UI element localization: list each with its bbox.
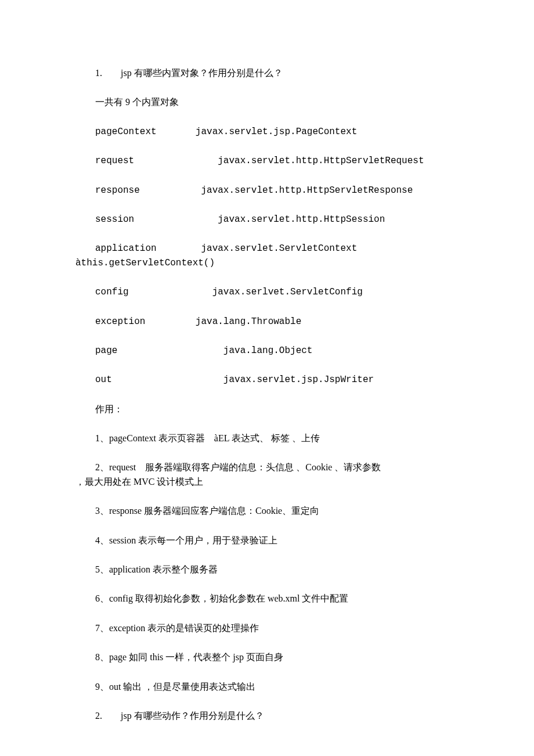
object-out: out javax.servlet.jsp.JspWriter bbox=[75, 373, 459, 386]
object-page: page java.lang.Object bbox=[75, 344, 459, 357]
usage-6: 6、config 取得初始化参数，初始化参数在 web.xml 文件中配置 bbox=[75, 592, 459, 605]
object-response: response javax.servlet.http.HttpServletR… bbox=[75, 184, 459, 197]
usage-7: 7、exception 表示的是错误页的处理操作 bbox=[75, 622, 459, 635]
object-exception: exception java.lang.Throwable bbox=[75, 315, 459, 328]
object-session: session javax.servlet.http.HttpSession bbox=[75, 213, 459, 226]
usage-5: 5、application 表示整个服务器 bbox=[75, 563, 459, 576]
object-application-line2: àthis.getServletContext() bbox=[75, 257, 459, 269]
usage-3: 3、response 服务器端回应客户端信息：Cookie、重定向 bbox=[75, 505, 459, 517]
question-1: 1. jsp 有哪些内置对象？作用分别是什么？ bbox=[75, 67, 459, 80]
usage-1: 1、pageContext 表示页容器 àEL 表达式、 标签 、上传 bbox=[75, 432, 459, 445]
usage-2: 2、request 服务器端取得客户端的信息：头信息 、Cookie 、请求参数… bbox=[75, 461, 459, 488]
object-pagecontext: pageContext javax.servlet.jsp.PageContex… bbox=[75, 125, 459, 138]
usage-2-line2: ，最大用处在 MVC 设计模式上 bbox=[75, 476, 459, 488]
question-2: 2. jsp 有哪些动作？作用分别是什么？ bbox=[75, 710, 459, 722]
usage-9: 9、out 输出 ，但是尽量使用表达式输出 bbox=[75, 681, 459, 693]
object-application: application javax.servlet.ServletContext… bbox=[75, 242, 459, 269]
usage-8: 8、page 如同 this 一样，代表整个 jsp 页面自身 bbox=[75, 651, 459, 664]
usage-4: 4、session 表示每一个用户，用于登录验证上 bbox=[75, 534, 459, 547]
usage-header: 作用： bbox=[75, 403, 459, 416]
object-application-line1: application javax.servlet.ServletContext bbox=[75, 242, 459, 255]
usage-2-line1: 2、request 服务器端取得客户端的信息：头信息 、Cookie 、请求参数 bbox=[75, 461, 459, 474]
object-config: config javax.serlvet.ServletConfig bbox=[75, 286, 459, 298]
intro-text: 一共有 9 个内置对象 bbox=[75, 96, 459, 109]
object-request: request javax.servlet.http.HttpServletRe… bbox=[75, 154, 459, 167]
